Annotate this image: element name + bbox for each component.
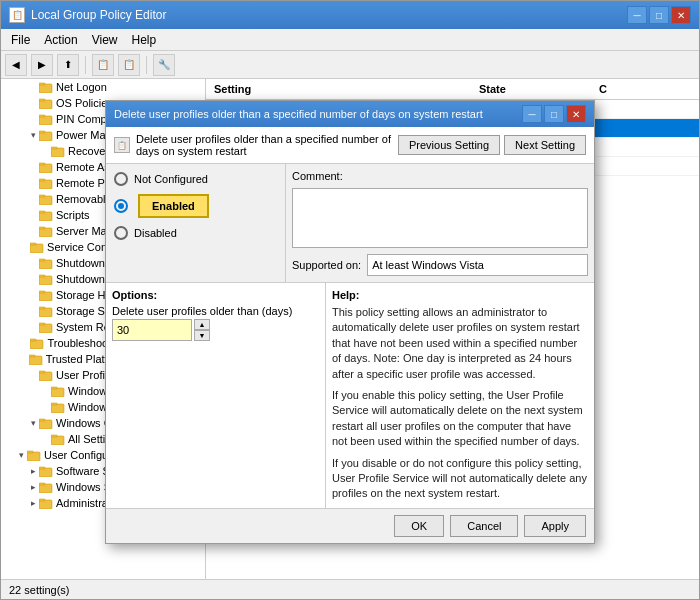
comment-label: Comment: bbox=[292, 170, 588, 182]
radio-enabled[interactable]: Enabled bbox=[114, 194, 277, 218]
apply-button[interactable]: Apply bbox=[524, 515, 586, 537]
radio-dot bbox=[118, 203, 124, 209]
help-text: This policy setting allows an administra… bbox=[332, 305, 588, 502]
spinner-down-button[interactable]: ▼ bbox=[194, 330, 210, 341]
dialog-title: Delete user profiles older than a specif… bbox=[114, 108, 483, 120]
options-panel: Options: Delete user profiles older than… bbox=[106, 283, 326, 508]
dialog-bottom: Options: Delete user profiles older than… bbox=[106, 282, 594, 508]
radio-not-configured-label: Not Configured bbox=[134, 173, 208, 185]
dialog-nav-btns: Previous Setting Next Setting bbox=[398, 135, 586, 155]
dialog-title-bar: Delete user profiles older than a specif… bbox=[106, 101, 594, 127]
supported-label: Supported on: bbox=[292, 259, 361, 271]
dialog-header-icon: 📋 bbox=[114, 137, 130, 153]
supported-row: Supported on: At least Windows Vista bbox=[292, 254, 588, 276]
help-title: Help: bbox=[332, 289, 588, 301]
radio-enabled-btn[interactable] bbox=[114, 199, 128, 213]
dialog-maximize-button[interactable]: □ bbox=[544, 105, 564, 123]
dialog-body: Not Configured Enabled Disabled Comment: bbox=[106, 164, 594, 282]
enabled-label-btn[interactable]: Enabled bbox=[138, 194, 209, 218]
help-panel: Help: This policy setting allows an admi… bbox=[326, 283, 594, 508]
dialog-close-button[interactable]: ✕ bbox=[566, 105, 586, 123]
radio-not-configured[interactable]: Not Configured bbox=[114, 172, 277, 186]
dialog-title-controls: ─ □ ✕ bbox=[522, 105, 586, 123]
option-input[interactable] bbox=[112, 319, 192, 341]
radio-not-configured-btn[interactable] bbox=[114, 172, 128, 186]
dialog-minimize-button[interactable]: ─ bbox=[522, 105, 542, 123]
dialog-left-panel: Not Configured Enabled Disabled bbox=[106, 164, 286, 282]
next-setting-button[interactable]: Next Setting bbox=[504, 135, 586, 155]
supported-value: At least Windows Vista bbox=[367, 254, 588, 276]
radio-disabled[interactable]: Disabled bbox=[114, 226, 277, 240]
option-input-row: ▲ ▼ bbox=[112, 319, 319, 341]
prev-setting-button[interactable]: Previous Setting bbox=[398, 135, 500, 155]
policy-dialog: Delete user profiles older than a specif… bbox=[105, 100, 595, 544]
dialog-header: 📋 Delete user profiles older than a spec… bbox=[106, 127, 594, 164]
dialog-overlay: Delete user profiles older than a specif… bbox=[0, 0, 700, 600]
radio-disabled-label: Disabled bbox=[134, 227, 177, 239]
dialog-footer: OK Cancel Apply bbox=[106, 508, 594, 543]
dialog-right-panel: Comment: Supported on: At least Windows … bbox=[286, 164, 594, 282]
spinner-btns: ▲ ▼ bbox=[194, 319, 210, 341]
cancel-button[interactable]: Cancel bbox=[450, 515, 518, 537]
radio-disabled-btn[interactable] bbox=[114, 226, 128, 240]
ok-button[interactable]: OK bbox=[394, 515, 444, 537]
dialog-header-title: Delete user profiles older than a specif… bbox=[136, 133, 398, 157]
options-title: Options: bbox=[112, 289, 319, 301]
spinner-up-button[interactable]: ▲ bbox=[194, 319, 210, 330]
option-field-label: Delete user profiles older than (days) bbox=[112, 305, 319, 317]
comment-box[interactable] bbox=[292, 188, 588, 248]
